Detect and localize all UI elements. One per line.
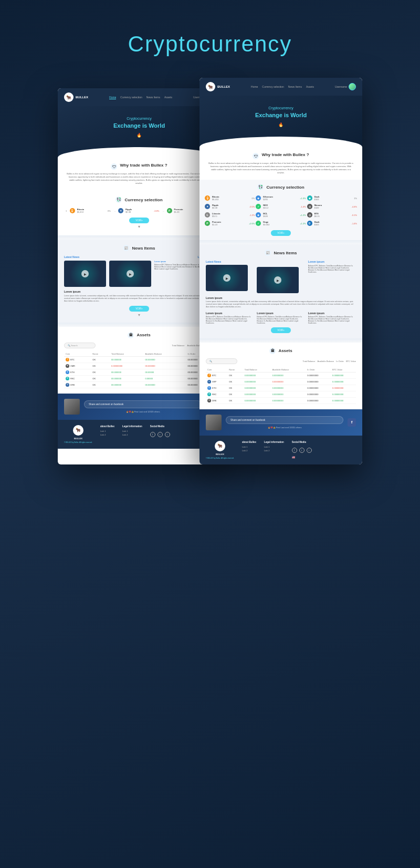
back-lorem2-title: Lorem ipsum [64,290,214,293]
front-news-thumb-2[interactable]: ▶ [257,267,299,293]
front-bts-change: -0.1% [352,214,357,216]
back-instagram-icon[interactable]: i [165,432,170,437]
back-ppc-icon: P [167,208,172,213]
front-nav-currency[interactable]: Currency selection [262,85,284,88]
front-footer-legal-2[interactable]: Link 2 [264,449,284,452]
front-instagram-icon[interactable]: i [307,448,312,453]
front-dark-info: Monero $109 [314,204,350,209]
front-logo-icon: 🐂 [206,82,215,91]
front-neo-change: -1.4% [300,205,306,208]
back-footer-legal-1[interactable]: Link 1 [122,430,142,432]
front-nav-assets[interactable]: Assets [306,85,314,88]
front-news-col3-text: BalanceOFC Balance Total AccountBalance … [308,265,356,273]
front-fb-icon[interactable]: f [348,418,356,427]
front-cur-row-9: ◎ BTS $0.15 -0.1% [307,211,357,219]
front-nav-news[interactable]: News Items [288,85,302,88]
back-table-row: ₿BTC OK 00.000000 00.000000 00.000000 [64,356,214,363]
nav-news[interactable]: News Items [146,96,160,99]
front-nav-home[interactable]: Home [251,85,258,88]
page-title: Cryptocurrency [0,0,420,78]
nav-assets[interactable]: Assets [164,96,172,99]
front-fb-input[interactable]: Share and comment on facebook [226,416,343,424]
front-table-row-1: ₿BTC OK 0.00000000 0.00000000 0.00000000… [206,372,356,378]
back-news-more-btn[interactable]: VOIR+ [129,306,149,312]
back-currency-more-btn[interactable]: VOIR+ [129,218,149,223]
back-search-row: 🔍 Search Total Balance Available Balance… [64,343,214,348]
front-footer-logo: 🐂 [215,441,225,451]
back-row-rkc-icon: R [66,377,69,380]
back-facebook-icon[interactable]: f [150,432,155,437]
back-play-btn-1[interactable]: ▶ [81,270,89,277]
front-currency-more-btn[interactable]: VOIR+ [271,230,291,236]
front-lorem-col3: Lorem ipsum [308,260,356,263]
back-why: 🛡 Why trade with Bullex ? Bullex is the … [58,158,220,190]
front-navbar: 🐂 BULLEX Home Currency selection News It… [200,78,362,96]
front-dash2-icon: D [307,221,312,226]
front-latest-label: Latest News [206,260,254,263]
front-btcl-icon: ◈ [256,212,261,218]
back-twitter-icon[interactable]: t [158,432,163,437]
back-currency-section: 💱 Currency selection ‹ ₿ Bitcoin $6,453 … [58,190,220,235]
front-doge-change: +1.2% [300,222,306,225]
back-row-drk-icon: D [66,383,69,387]
back-footer-link-2[interactable]: Link 2 [100,433,114,436]
back-shield-icon: 🛡 [111,163,117,170]
front-play-1[interactable]: ▶ [223,274,230,282]
front-news-col-3: Lorem ipsum BalanceOFC Balance Total Acc… [308,260,356,293]
back-row-xmr-icon: M [66,364,69,368]
front-play-2[interactable]: ▶ [274,276,281,284]
front-row3-icon: E [207,386,211,390]
front-blue-icon: ◈ [256,195,261,201]
front-username-label: Username [335,85,347,88]
back-latest-label: Latest News [64,255,79,259]
front-lorem5-title: Lorem ipsum [308,312,356,315]
front-footer-social-title: Social Media [292,441,312,443]
front-cur-row-6: ◎ Monero $109 -4.4% [307,203,357,210]
back-news-thumb-1[interactable]: ▶ [64,261,106,287]
front-fb-likes-text: 🔥❤️👍 First Last and 13331 others [268,426,302,429]
back-xrp-info: Ripple $0.38 [125,208,150,213]
front-search-input[interactable]: 🔍 [206,358,237,364]
front-facebook-icon[interactable]: f [292,448,297,453]
front-blue-info: Ethereum $205 [263,195,298,201]
mockup-back: 🐂 BULLEX Home Currency selection News It… [58,88,220,464]
front-flag-icon: 🇺🇸 [292,456,312,459]
back-assets-section: 🏛 Assets 🔍 Search Total Balance Availabl… [58,327,220,394]
nav-currency[interactable]: Currency selection [120,96,142,99]
front-news-title: 📰 News Items [206,250,356,256]
front-footer-link-1[interactable]: Link 1 [242,446,256,448]
back-footer-legal-2[interactable]: Link 2 [122,433,142,436]
back-divider-2 [58,323,220,327]
front-nav-user: Username [335,83,356,90]
front-footer-legal-1[interactable]: Link 1 [264,446,284,448]
front-nav-links: Home Currency selection News Items Asset… [251,85,314,88]
front-news-spacer [257,260,304,267]
back-footer-social-title: Social Media [150,425,170,428]
nav-home[interactable]: Home [109,96,116,99]
front-footer-link-2[interactable]: Link 2 [242,449,256,452]
front-news-thumb-1[interactable]: ▶ [206,265,248,291]
back-fb-input[interactable]: Share and comment on facebook [84,400,202,408]
mockups-wrapper: 🐂 BULLEX Home Currency selection News It… [0,78,420,464]
back-play-btn-2[interactable]: ▶ [127,270,134,277]
back-fb-likes: 🔥❤️👍 First Last and 12323 others [84,410,202,413]
front-neo2-info: BTS $0.15 [314,212,350,218]
back-search-input[interactable]: 🔍 Search [64,343,96,348]
front-ltc-info: Litecoin $52.1 [212,212,247,218]
back-footer-col-2: Legal information Link 1 Link 2 [122,425,142,436]
front-col-total: Total Balance [243,367,271,373]
front-news-col-2: ▶ [257,260,304,293]
back-news-body: Lorem ipsum dolor sit amet, consectetur … [64,295,214,303]
back-btc-change: 0% [106,209,112,213]
front-twitter-icon[interactable]: t [299,448,304,453]
front-news-more-btn[interactable]: VOIR+ [271,327,291,333]
front-lorem4-title: Lorem ipsum [257,312,304,315]
front-logo: 🐂 BULLEX [206,82,230,91]
back-table-row: MXMR OK 0.00000000 00.000000 00.000000 [64,363,214,369]
back-navbar: 🐂 BULLEX Home Currency selection News It… [58,88,220,106]
front-assets-table: Coin Name Total Balance Available Balanc… [206,367,356,404]
back-nav-left-arrow[interactable]: ‹ [66,209,67,213]
back-news-thumb-2[interactable]: ▶ [109,261,151,287]
back-table-row: EETH OK 00.000000 00.00000 00.000000 [64,369,214,375]
back-footer-link-1[interactable]: Link 1 [100,430,114,432]
